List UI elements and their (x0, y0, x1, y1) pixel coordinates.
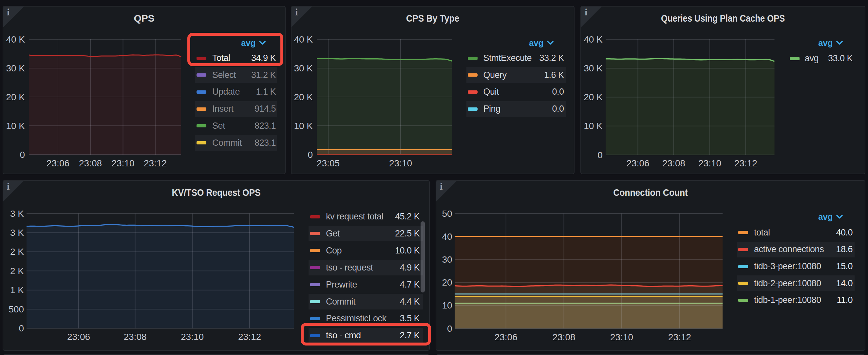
svg-text:500: 500 (8, 304, 24, 314)
svg-text:0: 0 (597, 150, 603, 160)
svg-text:10 K: 10 K (294, 121, 313, 131)
svg-text:23:08: 23:08 (662, 158, 685, 168)
svg-text:23:06: 23:06 (67, 332, 90, 342)
svg-text:23:06: 23:06 (46, 158, 69, 168)
svg-text:23:06: 23:06 (495, 332, 518, 342)
svg-text:23:10: 23:10 (698, 158, 721, 168)
svg-text:0: 0 (19, 323, 24, 333)
svg-text:23:12: 23:12 (668, 332, 691, 342)
svg-text:20 K: 20 K (584, 92, 603, 102)
svg-text:30 K: 30 K (584, 63, 603, 73)
svg-text:23:08: 23:08 (79, 158, 102, 168)
svg-text:40 K: 40 K (294, 34, 313, 44)
svg-text:23:12: 23:12 (144, 158, 167, 168)
svg-text:23:10: 23:10 (112, 158, 134, 168)
svg-text:23:08: 23:08 (552, 332, 575, 342)
svg-text:3 K: 3 K (10, 228, 24, 238)
svg-text:20 K: 20 K (294, 92, 313, 102)
svg-text:1 K: 1 K (10, 285, 24, 295)
svg-text:10 K: 10 K (6, 121, 25, 131)
svg-text:2 K: 2 K (10, 247, 24, 257)
svg-text:23:10: 23:10 (181, 332, 204, 342)
svg-text:0: 0 (447, 324, 452, 334)
svg-text:40: 40 (442, 231, 452, 242)
svg-text:0: 0 (308, 150, 313, 160)
svg-text:40 K: 40 K (584, 34, 603, 44)
svg-text:10: 10 (442, 300, 452, 311)
svg-text:0: 0 (20, 150, 25, 160)
svg-text:30 K: 30 K (6, 63, 25, 73)
svg-text:40 K: 40 K (6, 34, 25, 44)
svg-text:20 K: 20 K (6, 92, 25, 102)
svg-text:23:10: 23:10 (610, 332, 633, 342)
svg-text:50: 50 (442, 208, 452, 219)
svg-text:23:08: 23:08 (123, 332, 147, 342)
svg-text:23:06: 23:06 (626, 158, 649, 168)
svg-text:23:10: 23:10 (389, 158, 412, 168)
svg-text:30: 30 (442, 254, 452, 265)
svg-text:23:12: 23:12 (734, 158, 757, 168)
svg-text:2 K: 2 K (10, 266, 24, 276)
svg-text:23:05: 23:05 (317, 158, 340, 168)
svg-text:23:12: 23:12 (238, 332, 261, 342)
svg-text:10 K: 10 K (584, 121, 603, 131)
svg-text:20: 20 (442, 278, 452, 288)
svg-text:3 K: 3 K (10, 208, 24, 219)
svg-text:30 K: 30 K (294, 63, 313, 73)
